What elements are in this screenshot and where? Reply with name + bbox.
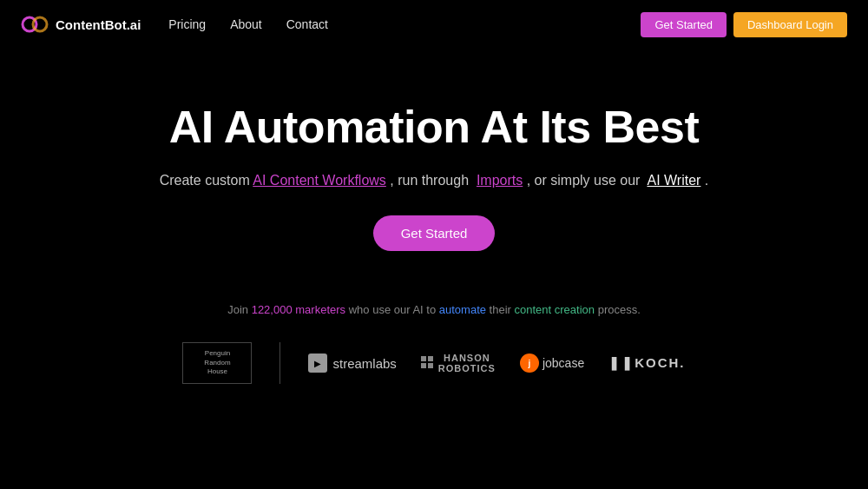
streamlabs-icon: ▶: [308, 354, 327, 373]
hero-title: AI Automation At Its Best: [169, 101, 700, 153]
logo-koch: ❚❚KOCH.: [608, 355, 685, 371]
svg-rect-5: [428, 363, 433, 368]
svg-rect-3: [428, 356, 433, 361]
svg-rect-2: [421, 356, 426, 361]
svg-rect-4: [421, 363, 426, 368]
contentbot-logo-icon: [21, 10, 49, 38]
jobcase-icon: j: [520, 354, 539, 373]
subtitle-suffix: .: [705, 173, 708, 188]
streamlabs-label: streamlabs: [332, 356, 396, 371]
nav-left: ContentBot.ai Pricing About Contact: [21, 10, 328, 38]
logo-divider-1: [279, 342, 280, 384]
subtitle-link-imports[interactable]: Imports: [477, 173, 523, 188]
logo-penguin-random-house: PenguinRandomHouse: [182, 342, 252, 384]
penguin-text: PenguinRandomHouse: [204, 349, 230, 376]
social-number: 122,000: [252, 303, 293, 316]
nav-links: Pricing About Contact: [168, 17, 328, 31]
subtitle-link-workflows[interactable]: AI Content Workflows: [253, 173, 386, 188]
logo-hanson-robotics: HANSONROBOTICS: [421, 353, 496, 373]
hanson-label: HANSONROBOTICS: [438, 353, 496, 373]
hanson-grid-icon: [421, 356, 435, 370]
social-proof-text: Join 122,000 marketers who use our AI to…: [0, 303, 868, 316]
nav-link-contact[interactable]: Contact: [286, 17, 328, 31]
social-text1: who use our AI to: [349, 303, 436, 316]
partner-logos: PenguinRandomHouse ▶ streamlabs HANSONRO…: [0, 342, 868, 384]
nav-right: Get Started Dashboard Login: [641, 12, 847, 37]
nav-link-about[interactable]: About: [230, 17, 262, 31]
logo-text: ContentBot.ai: [56, 17, 141, 32]
social-text2: their: [490, 303, 511, 316]
navbar: ContentBot.ai Pricing About Contact Get …: [0, 0, 868, 49]
social-content-creation: content creation: [515, 303, 595, 316]
social-suffix: process.: [598, 303, 641, 316]
nav-get-started-button[interactable]: Get Started: [641, 12, 726, 37]
hero-get-started-button[interactable]: Get Started: [373, 215, 496, 251]
subtitle-prefix: Create custom: [160, 173, 250, 188]
hero-subtitle: Create custom AI Content Workflows , run…: [160, 170, 709, 191]
jobcase-label: jobcase: [542, 356, 584, 370]
subtitle-link-ai-writer[interactable]: AI Writer: [647, 173, 700, 188]
logo-streamlabs: ▶ streamlabs: [308, 354, 396, 373]
social-proof-section: Join 122,000 marketers who use our AI to…: [0, 303, 868, 384]
nav-dashboard-login-button[interactable]: Dashboard Login: [733, 12, 847, 37]
subtitle-mid: , run through: [390, 173, 469, 188]
svg-point-1: [33, 17, 47, 31]
hero-section: AI Automation At Its Best Create custom …: [0, 49, 868, 294]
koch-label: ❚❚KOCH.: [608, 355, 685, 370]
social-automate: automate: [439, 303, 486, 316]
logo-jobcase: j jobcase: [520, 354, 584, 373]
subtitle-mid2: , or simply use our: [527, 173, 641, 188]
social-prefix: Join: [227, 303, 248, 316]
logo[interactable]: ContentBot.ai: [21, 10, 141, 38]
nav-link-pricing[interactable]: Pricing: [168, 17, 206, 31]
social-marketers: marketers: [295, 303, 345, 316]
